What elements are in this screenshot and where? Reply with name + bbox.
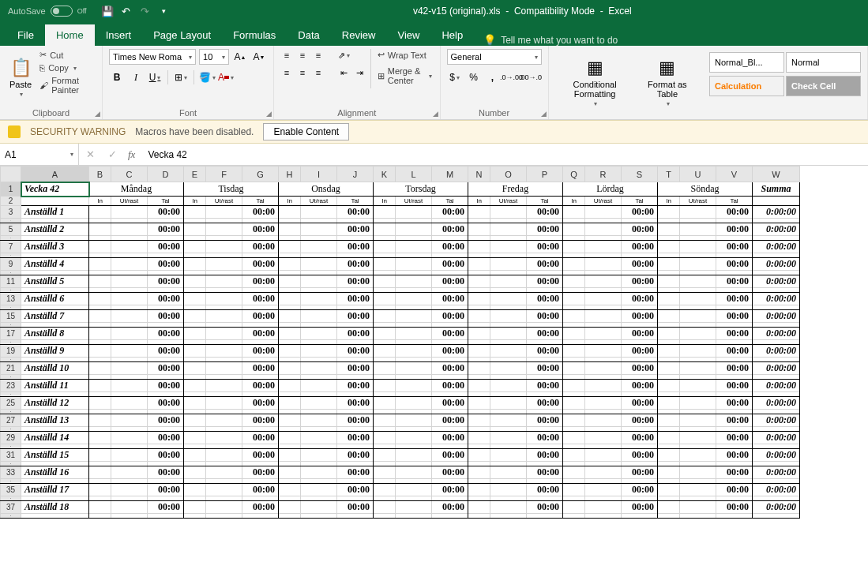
employee-name-cell[interactable]: Anställd 4 [21,258,89,271]
cell[interactable] [585,258,622,271]
cell[interactable] [279,241,301,253]
cell[interactable] [658,275,680,288]
sum-cell[interactable]: 0:00:00 [753,432,800,444]
cell[interactable] [680,414,716,427]
conditional-formatting-button[interactable]: ▦ Conditional Formatting▾ [555,49,635,116]
cell[interactable] [111,414,148,427]
cell[interactable] [301,432,337,444]
time-cell[interactable]: 00:00 [242,501,279,514]
cell[interactable] [184,449,206,462]
cell[interactable] [206,328,242,340]
time-cell[interactable]: 00:00 [622,293,658,305]
cell[interactable] [396,345,432,358]
sub-header[interactable]: Tal [242,197,279,206]
cell[interactable] [490,432,527,444]
time-cell[interactable]: 00:00 [148,310,184,323]
row-header-13[interactable]: 13 [1,293,21,305]
cell[interactable] [89,514,111,519]
cell[interactable] [184,432,206,444]
cell[interactable] [585,501,622,514]
cell[interactable] [490,345,527,358]
time-cell[interactable]: 00:00 [432,293,468,305]
time-cell[interactable]: 00:00 [622,466,658,479]
cell[interactable] [301,310,337,323]
time-cell[interactable]: 00:00 [148,241,184,253]
row-header-17[interactable]: 17 [1,328,21,340]
comma-button[interactable]: , [485,69,501,85]
sub-header[interactable]: In [374,197,396,206]
sum-cell[interactable]: 0:00:00 [753,310,800,323]
time-cell[interactable]: 00:00 [622,432,658,444]
cell[interactable] [374,414,396,427]
cell[interactable] [680,258,716,271]
cell[interactable] [89,414,111,427]
cell[interactable] [279,206,301,219]
time-cell[interactable]: 00:00 [527,223,563,236]
tell-me-search[interactable]: 💡 Tell me what you want to do [474,34,627,46]
cell[interactable] [468,432,490,444]
employee-name-cell[interactable]: Anställd 17 [21,484,89,496]
formula-input[interactable]: Vecka 42 [140,144,868,165]
cell[interactable] [301,380,337,392]
col-header-L[interactable]: L [396,167,432,182]
cell[interactable] [490,514,527,519]
time-cell[interactable]: 00:00 [242,449,279,462]
col-header-D[interactable]: D [148,167,184,182]
cell[interactable] [490,206,527,219]
row-header-27[interactable]: 27 [1,414,21,427]
time-cell[interactable]: 00:00 [337,484,374,496]
cell[interactable] [301,206,337,219]
cell[interactable] [468,223,490,236]
cell[interactable] [490,223,527,236]
time-cell[interactable]: 00:00 [716,397,753,410]
cell[interactable] [301,362,337,375]
cell[interactable] [585,345,622,358]
cell[interactable] [374,380,396,392]
time-cell[interactable]: 00:00 [527,241,563,253]
cell[interactable] [184,514,206,519]
cell[interactable] [374,345,396,358]
time-cell[interactable]: 00:00 [716,380,753,392]
copy-button[interactable]: ⎘Copy▾ [38,62,96,73]
sub-header[interactable]: Ut/rast [396,197,432,206]
cell[interactable] [206,466,242,479]
summa-header[interactable]: Summa [753,182,800,197]
cell[interactable] [468,258,490,271]
row-header-15[interactable]: 15 [1,310,21,323]
time-cell[interactable]: 00:00 [622,206,658,219]
number-format-select[interactable]: General▾ [447,49,542,65]
cell[interactable] [490,414,527,427]
cell[interactable] [279,380,301,392]
font-name-select[interactable]: Times New Roma▾ [109,49,196,65]
cell[interactable] [468,466,490,479]
cell[interactable] [658,397,680,410]
cell[interactable] [490,241,527,253]
cell[interactable] [374,501,396,514]
sum-cell[interactable]: 0:00:00 [753,466,800,479]
time-cell[interactable]: 00:00 [527,397,563,410]
sub-header[interactable]: In [184,197,206,206]
time-cell[interactable]: 00:00 [337,466,374,479]
cell[interactable] [658,258,680,271]
sub-header[interactable]: Ut/rast [206,197,242,206]
cell[interactable] [396,514,432,519]
cell[interactable] [585,514,622,519]
time-cell[interactable]: 00:00 [148,275,184,288]
cell[interactable] [279,514,301,519]
cell[interactable] [396,449,432,462]
cell[interactable] [374,328,396,340]
cell[interactable] [206,397,242,410]
cell[interactable] [111,275,148,288]
cell[interactable] [585,241,622,253]
col-header-B[interactable]: B [89,167,111,182]
employee-name-cell[interactable]: Anställd 16 [21,466,89,479]
cell[interactable] [680,310,716,323]
cell[interactable] [279,449,301,462]
cell[interactable] [279,293,301,305]
undo-icon[interactable]: ↶ [120,5,133,17]
cell[interactable] [301,258,337,271]
cell[interactable] [490,449,527,462]
cell[interactable] [563,380,585,392]
cell[interactable] [111,380,148,392]
time-cell[interactable]: 00:00 [337,362,374,375]
